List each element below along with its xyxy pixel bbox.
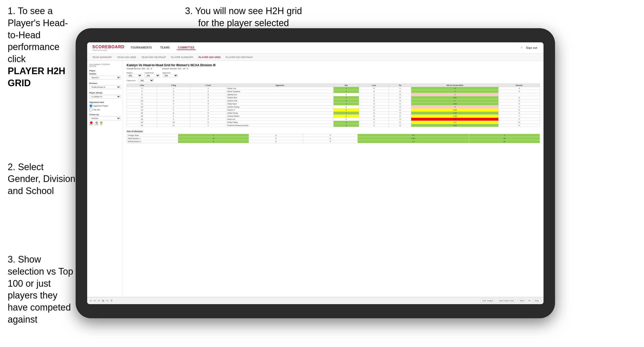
th-loss: Loss bbox=[359, 84, 389, 87]
tablet-frame: SCOREBOARD Powered by clippd TOURNAMENTS… bbox=[76, 28, 555, 318]
division-record: Division Record: 331 - 34 - 6 bbox=[162, 68, 188, 70]
step2-text: 2. Select Gender, Division and School bbox=[8, 161, 77, 197]
step1-text: 1. To see a Player's Head-to-Head perfor… bbox=[8, 5, 77, 89]
sub-player-h2h-heatmap[interactable]: PLAYER H2H HEATMAP bbox=[226, 56, 253, 59]
table-row: 11 2 5 Heejo Hyun 1 0 0 3.33 3 bbox=[127, 102, 540, 105]
nav-right: i | Sign out bbox=[521, 46, 538, 50]
step3-left-block: 3. Show selection vs Top 100 or just pla… bbox=[8, 254, 77, 326]
th-win: Win bbox=[334, 84, 359, 87]
sidebar: Last Updated: 27/03/2024 16:55:38 Player… bbox=[87, 61, 123, 304]
logo-sub: Powered by clippd bbox=[92, 49, 125, 51]
share-button[interactable]: Share bbox=[532, 299, 541, 302]
region-label: Region bbox=[127, 72, 142, 74]
colour-label: Colour by bbox=[89, 113, 121, 116]
player-label: Player bbox=[89, 70, 121, 72]
forward-icon[interactable]: ↪ bbox=[106, 299, 108, 302]
table-row: 3 1 1 Esther Lee 1 0 1 1.5 4 bbox=[127, 87, 540, 90]
nav-tournaments[interactable]: TOURNAMENTS bbox=[130, 46, 153, 50]
table-row: 14 7 4 Eunice Yi 2 2 0 0.38 9 bbox=[127, 109, 540, 112]
legend-up-circle bbox=[100, 121, 103, 124]
legend-down-circle bbox=[90, 121, 93, 124]
division-label: Division bbox=[89, 82, 121, 84]
logo-area: SCOREBOARD Powered by clippd bbox=[92, 45, 125, 51]
report-title: Katelyn Vo Head-to-Head Grid for Women's… bbox=[127, 63, 540, 67]
undo-icon[interactable]: ↩ bbox=[90, 299, 92, 302]
table-row: 15 8 5 Stella Cheng 1 0 0 1.25 4 bbox=[127, 112, 540, 115]
legend-circles: Down Level Up bbox=[89, 121, 121, 126]
view-original-button[interactable]: View: Original bbox=[480, 299, 495, 302]
main-table: # Div # Reg # Conf Opponent Win Loss Tie… bbox=[127, 84, 540, 127]
main-table-body: 3 1 1 Esther Lee 1 0 1 1.5 4 5 2 2 Alexi… bbox=[127, 87, 540, 127]
opponent-label: Opponent bbox=[163, 72, 178, 74]
colour-select[interactable]: Win/loss bbox=[89, 117, 121, 120]
nav-items: TOURNAMENTS TEAMS COMMITTEE bbox=[130, 46, 521, 50]
legend-level-circle bbox=[95, 121, 98, 124]
sub-team-h2h-grid[interactable]: TEAM H2H GRID bbox=[117, 56, 136, 59]
player-section: Player Gender Women's Division NCAA Divi… bbox=[89, 70, 121, 99]
conference-filter: Conference (All) bbox=[145, 72, 160, 77]
out-of-division-title: Out of division bbox=[127, 130, 540, 133]
opponents-select[interactable]: (All) bbox=[138, 79, 154, 82]
main-content: Last Updated: 27/03/2024 16:55:38 Player… bbox=[87, 61, 544, 304]
region-select[interactable]: (All) bbox=[127, 74, 142, 77]
table-row: 9 1 4 Sharon Mun 1 0 0 3.67 3 bbox=[127, 96, 540, 99]
last-updated: Last Updated: 27/03/2024 16:55:38 bbox=[89, 63, 121, 67]
radio-opponents-label[interactable]: Opponents Played bbox=[89, 104, 121, 108]
sign-out-button[interactable]: Sign out bbox=[525, 46, 538, 50]
player-rank-select[interactable]: 8. Katelyn Vo bbox=[89, 95, 121, 99]
step1-block: 1. To see a Player's Head-to-Head perfor… bbox=[8, 5, 77, 89]
tablet-screen: SCOREBOARD Powered by clippd TOURNAMENTS… bbox=[87, 42, 544, 304]
opponent-view-section: Opponent view Opponents Played Top 100 bbox=[89, 101, 121, 111]
conference-select[interactable]: (All) bbox=[145, 74, 160, 77]
legend-down: Down bbox=[89, 121, 93, 126]
ood-table-body: Foreign Team 1 0 0 4.5 2 NAIA Division 1… bbox=[127, 134, 540, 143]
table-row: 6 3 3 Sydney Kuo 0 1 0 -1 bbox=[127, 93, 540, 96]
region-filter: Region (All) bbox=[127, 72, 142, 77]
instructions-left: 1. To see a Player's Head-to-Head perfor… bbox=[0, 0, 85, 339]
step3-right-text: 3. You will now see H2H grid for the pla… bbox=[179, 5, 308, 29]
grid-icon[interactable]: ⊞ bbox=[102, 299, 104, 302]
clock-icon[interactable]: ⏱ bbox=[110, 299, 113, 302]
sub-nav: TEAM SUMMARY TEAM H2H GRID TEAM H2H HEAT… bbox=[87, 54, 544, 61]
overall-record: Overall Record: 353 - 34 - 6 bbox=[127, 68, 152, 70]
table-row: 19 10 6 Emily Chang 4 1 0 0.3 11 bbox=[127, 121, 540, 124]
top-nav: SCOREBOARD Powered by clippd TOURNAMENTS… bbox=[87, 42, 544, 54]
ood-table-row: NAIA Division 1 15 0 0 9.267 30 bbox=[127, 137, 540, 140]
opponent-select[interactable]: (All) bbox=[163, 74, 178, 77]
table-row: 18 2 2 Euna Lee 0 0 0 -5 2 bbox=[127, 118, 540, 121]
step3-left-text: 3. Show selection vs Top 100 or just pla… bbox=[8, 254, 77, 326]
watch-button[interactable]: Watch bbox=[518, 299, 527, 302]
colour-section: Colour by Win/loss Down Level bbox=[89, 113, 121, 126]
step3-right-block: 3. You will now see H2H grid for the pla… bbox=[179, 5, 308, 29]
opponent-filter: Opponent (All) bbox=[163, 72, 178, 77]
nav-committee[interactable]: COMMITTEE bbox=[177, 46, 196, 50]
out-of-division-table: Foreign Team 1 0 0 4.5 2 NAIA Division 1… bbox=[127, 134, 540, 143]
sub-team-h2h-heatmap[interactable]: TEAM H2H HEATMAP bbox=[141, 56, 166, 59]
sub-team-summary[interactable]: TEAM SUMMARY bbox=[92, 56, 112, 59]
table-row: 16 1 3 Jessica Mason 1 2 0 -0.94 7 bbox=[127, 115, 540, 118]
legend-up: Up bbox=[100, 121, 103, 126]
step2-block: 2. Select Gender, Division and School bbox=[8, 161, 77, 197]
ood-table-row: NCAA Division 2 5 0 0 7.4 10 bbox=[127, 140, 540, 143]
logo-text: SCOREBOARD bbox=[92, 45, 125, 49]
save-custom-button[interactable]: Save Custom View bbox=[497, 299, 516, 302]
nav-separator: i | bbox=[521, 46, 522, 50]
gender-select[interactable]: Women's bbox=[89, 76, 121, 80]
table-header-row: # Div # Reg # Conf Opponent Win Loss Tie… bbox=[127, 84, 540, 87]
radio-top100[interactable] bbox=[89, 108, 93, 111]
opponent-view-label: Opponent view bbox=[89, 101, 121, 103]
division-section: Division NCAA Division III bbox=[89, 82, 121, 89]
nav-teams[interactable]: TEAMS bbox=[159, 46, 171, 50]
report-subtitle: Overall Record: 353 - 34 - 6 Division Re… bbox=[127, 68, 540, 70]
sub-player-summary[interactable]: PLAYER SUMMARY bbox=[171, 56, 193, 59]
th-tie: Tie bbox=[389, 84, 411, 87]
radio-opponents-played[interactable] bbox=[89, 104, 93, 108]
table-row: 20 11 7 Federica Domecq Lacroze 2 1 0 1.… bbox=[127, 124, 540, 127]
back-icon[interactable]: ↩ bbox=[98, 299, 100, 302]
division-select[interactable]: NCAA Division III bbox=[89, 85, 121, 89]
filter-row: Region (All) Conference (All) bbox=[127, 72, 540, 77]
sub-player-h2h-grid[interactable]: PLAYER H2H GRID bbox=[198, 56, 220, 59]
radio-top100-label[interactable]: Top 100 bbox=[89, 108, 121, 111]
redo-icon[interactable]: ↩ bbox=[94, 299, 96, 302]
th-opponent: Opponent bbox=[226, 84, 334, 87]
